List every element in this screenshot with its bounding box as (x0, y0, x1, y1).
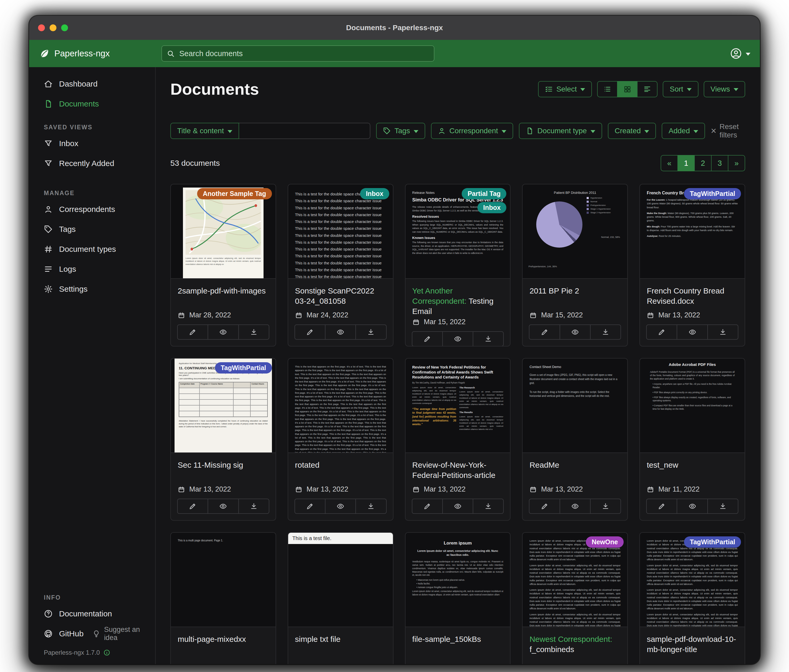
download-button[interactable] (708, 499, 738, 513)
edit-button[interactable] (178, 499, 208, 513)
document-title[interactable]: Sonstige ScanPC2022 03-24_081058 (288, 279, 393, 308)
tag-chip[interactable]: Inbox (360, 188, 389, 199)
view-button[interactable] (325, 499, 355, 513)
document-title[interactable]: multi-page-mixedxx (171, 627, 276, 646)
view-button[interactable] (208, 325, 238, 339)
document-title[interactable]: 2011 BP Pie 2 (522, 279, 627, 298)
document-card[interactable]: Release NotesSimba ODBC Driver for SQL S… (405, 184, 511, 347)
sidebar-item-dashboard[interactable]: Dashboard (29, 74, 155, 94)
pagination-page-2[interactable]: 2 (694, 155, 712, 171)
tag-chip[interactable]: TagWithPartial (684, 188, 741, 199)
document-thumbnail[interactable]: This is a multi page document. Page 1. (171, 533, 276, 627)
created-filter-button[interactable]: Created (608, 123, 656, 139)
user-menu[interactable] (730, 48, 751, 59)
document-title[interactable]: sample-pdf-download-10-mb-longer-title (640, 627, 745, 656)
sidebar-item-settings[interactable]: Settings (29, 279, 155, 299)
edit-button[interactable] (412, 499, 442, 513)
document-thumbnail[interactable]: Adobe Acrobat PDF FilesAdobe® Portable D… (640, 358, 745, 453)
tag-chip[interactable]: TagWithPartial (684, 537, 741, 548)
document-card[interactable]: This is a test for the double space char… (287, 184, 393, 347)
view-button[interactable] (677, 499, 707, 513)
document-card[interactable]: French Country BreadFor the Leaven: 1 he… (639, 184, 745, 347)
sidebar-item-github[interactable]: GitHub (29, 624, 83, 644)
tag-chip[interactable]: Inbox (478, 202, 506, 213)
document-thumbnail[interactable]: Lorem ipsumLorem ipsum dolor sit amet, c… (406, 533, 510, 627)
document-card[interactable]: Adobe Acrobat PDF FilesAdobe® Portable D… (639, 358, 745, 521)
view-button[interactable] (560, 325, 590, 339)
detail-view-button[interactable] (637, 81, 658, 97)
title-content-dropdown[interactable]: Title & content (170, 123, 239, 139)
sidebar-item-logs[interactable]: Logs (29, 259, 155, 279)
document-thumbnail[interactable]: This is a test for the double space char… (288, 185, 393, 279)
sidebar-item-correspondents[interactable]: Correspondents (29, 199, 155, 219)
download-button[interactable] (473, 332, 503, 346)
download-button[interactable] (708, 325, 738, 339)
download-button[interactable] (590, 499, 620, 513)
view-button[interactable] (677, 325, 707, 339)
document-thumbnail[interactable]: Application for Medical Staff Membership… (171, 358, 276, 453)
view-button[interactable] (325, 325, 355, 339)
sidebar-item-inbox[interactable]: Inbox (29, 134, 155, 153)
view-button[interactable] (442, 332, 473, 346)
sort-button[interactable]: Sort (663, 81, 698, 97)
document-card[interactable]: This is a test file. simple txt file (287, 532, 393, 664)
document-title[interactable]: ReadMe (522, 453, 627, 471)
added-filter-button[interactable]: Added (662, 123, 705, 139)
tag-chip[interactable]: Another Sample Tag (197, 188, 272, 199)
edit-button[interactable] (529, 499, 559, 513)
edit-button[interactable] (178, 325, 208, 339)
document-card[interactable]: Lorem ipsum dolor sit amet, consectetur … (639, 532, 745, 664)
document-card[interactable]: Review of New York Federal Petitions for… (405, 358, 511, 521)
document-title[interactable]: Review-of-New-York-Federal-Petitions-art… (406, 453, 510, 482)
document-title[interactable]: Yet Another Correspondent: Testing Email (406, 279, 510, 318)
download-button[interactable] (238, 499, 269, 513)
tag-chip[interactable]: TagWithPartial (215, 362, 272, 374)
edit-button[interactable] (529, 325, 559, 339)
document-thumbnail[interactable]: Lorem ipsum dolor sit amet, consectetur … (522, 533, 627, 627)
correspondent-filter-button[interactable]: Correspondent (431, 123, 513, 139)
document-card[interactable]: Lorem ipsum dolor sit amet, consectetur … (170, 184, 276, 347)
list-view-button[interactable] (597, 81, 618, 97)
info-circle-icon[interactable] (104, 649, 110, 656)
zoom-window-button[interactable] (61, 24, 68, 31)
suggest-idea-link[interactable]: Suggest an idea (93, 626, 155, 642)
download-button[interactable] (473, 499, 503, 513)
pagination-next-button[interactable]: » (728, 155, 745, 171)
download-button[interactable] (238, 325, 269, 339)
close-window-button[interactable] (38, 24, 45, 31)
pagination-page-3[interactable]: 3 (711, 155, 728, 171)
document-card[interactable]: Patient BP Distribution 2011HypotensionN… (522, 184, 628, 347)
select-button[interactable]: Select (538, 81, 592, 97)
document-thumbnail[interactable]: Review of New York Federal Petitions for… (406, 358, 510, 453)
document-title[interactable]: 2sample-pdf-with-images (171, 279, 276, 298)
search-input[interactable] (161, 45, 434, 62)
document-title[interactable]: French Country Bread Revised.docx (640, 279, 745, 308)
views-button[interactable]: Views (704, 81, 745, 97)
document-title[interactable]: Newest Correspondent: f_combineds (522, 627, 627, 656)
document-card[interactable]: Lorem ipsumLorem ipsum dolor sit amet, c… (405, 532, 511, 664)
grid-view-button[interactable] (617, 81, 637, 97)
reset-filters-button[interactable]: × Reset filters (711, 123, 745, 139)
document-type-filter-button[interactable]: Document type (519, 123, 602, 139)
document-card[interactable]: This is a multi page document. Page 1. m… (170, 532, 276, 664)
document-title[interactable]: file-sample_150kBs (406, 627, 510, 646)
document-thumbnail[interactable]: Lorem ipsum dolor sit amet, consectetur … (640, 533, 745, 627)
view-button[interactable] (560, 499, 590, 513)
document-thumbnail[interactable]: French Country BreadFor the Leaven: 1 he… (640, 185, 745, 279)
sidebar-item-documentation[interactable]: Documentation (29, 604, 155, 624)
document-card[interactable]: Contact Sheet DemoGiven a set of image f… (522, 358, 628, 521)
document-title[interactable]: Sec 11-Missing sig (171, 453, 276, 471)
download-button[interactable] (355, 325, 386, 339)
document-title[interactable]: simple txt file (288, 627, 393, 646)
document-thumbnail[interactable]: Patient BP Distribution 2011HypotensionN… (522, 185, 627, 279)
document-title[interactable]: test_new (640, 453, 745, 471)
edit-button[interactable] (295, 325, 325, 339)
tags-filter-button[interactable]: Tags (376, 123, 425, 139)
download-button[interactable] (590, 325, 620, 339)
pagination-page-1[interactable]: 1 (677, 155, 695, 171)
minimize-window-button[interactable] (50, 24, 56, 31)
sidebar-item-document-types[interactable]: Document types (29, 239, 155, 259)
app-brand[interactable]: Paperless-ngx (38, 48, 161, 59)
document-card[interactable]: Application for Medical Staff Membership… (170, 358, 276, 521)
document-thumbnail[interactable]: This is the text that appears on the fir… (288, 358, 393, 453)
